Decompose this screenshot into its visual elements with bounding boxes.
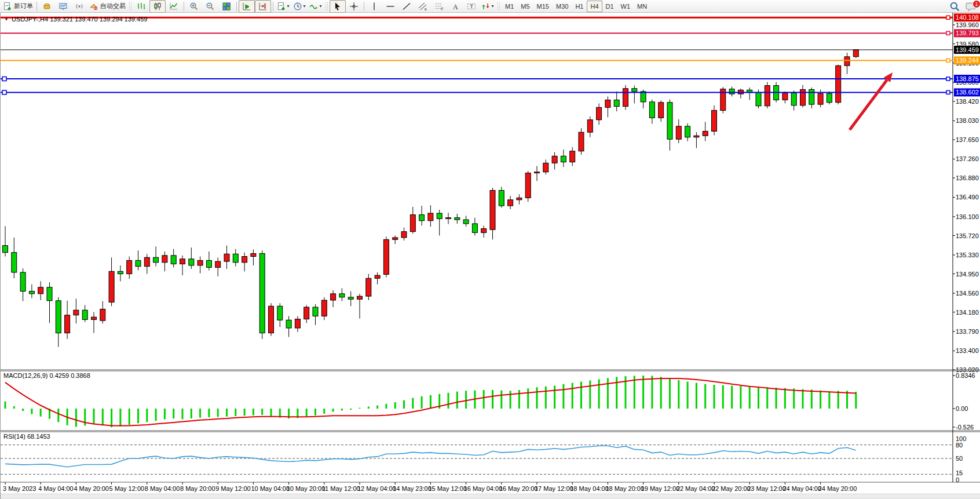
macd-histogram-bar [350,409,352,410]
timeframe-MN-button[interactable]: MN [634,1,650,12]
new-chart-button[interactable]: ▾ [275,0,291,13]
timeframe-H1-button[interactable]: H1 [572,1,587,12]
chart-shift-button[interactable] [255,0,271,13]
line-anchor[interactable] [946,90,950,94]
search-icon [949,1,960,12]
toolbar-drag-handle[interactable] [497,2,500,11]
macd-histogram-bar [802,389,804,409]
macd-histogram-bar [253,409,254,416]
line-anchor[interactable] [946,77,950,81]
text-button[interactable]: A [447,0,463,13]
dropdown-caret-icon[interactable]: ▾ [303,3,305,9]
zoom-out-button[interactable] [202,0,218,13]
candle-body [304,307,309,319]
line-anchor[interactable] [946,16,950,19]
auto-trading-button[interactable]: 自动交易 [87,0,127,13]
notifications-button[interactable]: 1 [963,0,979,13]
price-tick-label: 135.720 [956,232,979,239]
candle-body [127,260,132,274]
macd-histogram-bar [22,409,24,411]
macd-histogram-bar [173,409,174,418]
chart-background [1,13,980,499]
horizontal-line-button[interactable] [382,0,398,13]
macd-histogram-bar [554,385,555,409]
candle-body [809,89,814,104]
macd-histogram-bar [766,387,768,409]
cursor-button[interactable] [330,0,346,13]
candle-body [508,200,513,206]
text-label-button[interactable]: T [463,0,480,13]
macd-histogram-bar [182,409,184,419]
macd-histogram-bar [164,409,166,419]
fibo-icon: F [434,2,444,11]
zoom-in-button[interactable] [186,0,202,13]
line-anchor[interactable] [2,77,6,81]
time-tick-label: 9 May 12:00 [215,485,251,492]
search-button[interactable] [946,0,963,13]
toolbar-drag-handle[interactable] [129,2,132,11]
rsi-tick-label: 15 [956,469,963,476]
chart-line-button[interactable] [166,0,182,13]
chart-candles-button[interactable] [149,0,166,13]
line-anchor[interactable] [946,59,950,62]
svg-text:T: T [470,3,473,9]
time-tick-label: 12 May 04:00 [357,485,396,492]
macd-histogram-bar [191,409,192,418]
candle-body [525,173,531,198]
timeframe-M15-button[interactable]: M15 [533,1,553,12]
arrows-shapes-button[interactable]: ▾ [480,0,496,13]
macd-histogram-bar [536,387,538,409]
price-badge-label: 139.793 [956,30,979,37]
chart-bars-button[interactable] [133,0,149,13]
fibonacci-button[interactable]: F [431,0,447,13]
candle-body [756,93,761,106]
periods-button[interactable]: ▾ [291,0,308,13]
symbol-dropdown-icon[interactable]: ▼ [4,17,9,22]
macd-histogram-bar [518,390,520,409]
new-order-label: 新订单 [14,2,33,10]
price-badge-label: 138.602 [956,89,979,96]
toolbar-separator [236,2,237,11]
line-anchor[interactable] [2,90,6,94]
time-tick-label: 19 May 12:00 [641,485,680,492]
dropdown-caret-icon[interactable]: ▾ [491,3,493,9]
candle-body [844,57,850,65]
zoom-in-icon [189,2,199,11]
tile-windows-button[interactable] [218,0,235,13]
dropdown-caret-icon[interactable]: ▾ [319,3,321,9]
radio-icon [75,2,84,11]
candle-body [153,257,159,263]
timeframe-H4-button[interactable]: H4 [587,1,602,12]
macd-histogram-bar [341,409,343,410]
timeframe-D1-button[interactable]: D1 [602,1,617,12]
market-charts-button[interactable] [55,0,71,13]
timeframe-M30-button[interactable]: M30 [553,1,572,12]
timeframe-W1-button[interactable]: W1 [617,1,634,12]
quotes-button[interactable] [39,0,55,13]
crosshair-button[interactable] [346,0,362,13]
line-anchor[interactable] [946,31,950,35]
macd-histogram-bar [430,395,432,409]
macd-histogram-bar [315,409,316,416]
price-tick-label: 136.490 [956,194,979,201]
trendline-button[interactable] [398,0,415,13]
signals-button[interactable] [71,0,87,13]
price-tick-label: 133.790 [956,328,979,335]
auto-scroll-button[interactable] [239,0,255,13]
candle-body [836,65,841,102]
vertical-line-button[interactable] [366,0,382,13]
new-order-button[interactable]: 新订单 [1,0,35,13]
candle-body [729,89,734,94]
chart-title[interactable]: ▼ USDJPY-,H4 139.321 139.470 139.294 139… [4,16,147,23]
toolbar-drag-handle[interactable] [325,2,328,11]
time-tick-label: 5 May 12:00 [109,485,145,492]
macd-histogram-bar [359,408,361,409]
equidistant-channel-button[interactable]: E [415,0,431,13]
timeframe-M1-button[interactable]: M1 [502,1,517,12]
indicators-button[interactable]: ▾ [308,0,324,13]
timeframe-M5-button[interactable]: M5 [517,1,533,12]
dropdown-caret-icon[interactable]: ▾ [287,3,289,9]
time-tick-label: 8 May 04:00 [145,485,180,492]
chart-surface[interactable]: 139.960139.580139.190138.800138.420138.0… [1,13,980,499]
candle-body [109,271,114,302]
